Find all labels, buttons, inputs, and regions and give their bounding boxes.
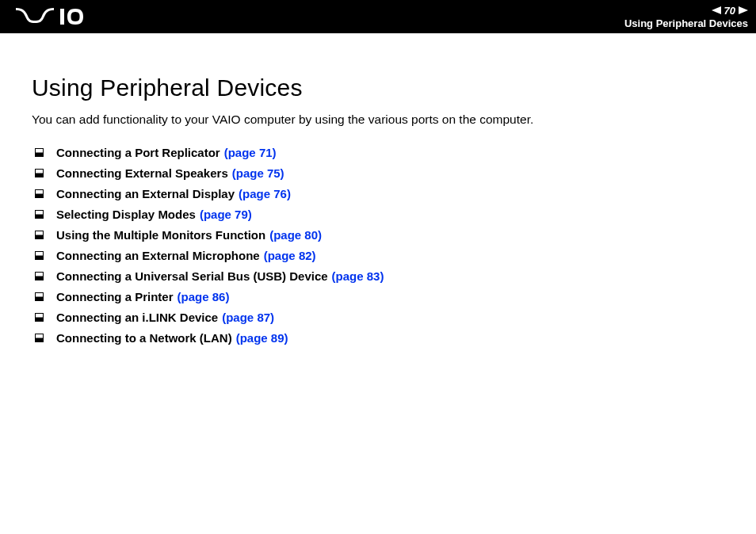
svg-rect-20 [36,318,44,322]
svg-rect-6 [36,174,44,177]
bullet-icon [35,210,44,219]
bullet-icon [35,272,44,280]
svg-rect-4 [36,153,44,157]
toc-item-page-ref[interactable]: (page 71) [224,146,277,159]
toc-item-page-ref[interactable]: (page 89) [236,331,288,345]
page-header: 70 Using Peripheral Devices [0,0,756,33]
toc-item-label: Connecting a Universal Serial Bus (USB) … [56,269,328,283]
svg-marker-2 [739,6,748,14]
svg-rect-22 [36,338,44,342]
toc-item: Selecting Display Modes(page 79) [32,208,724,221]
toc-item-label: Using the Multiple Monitors Function [56,228,265,242]
toc-item-label: Connecting a Printer [56,290,174,303]
toc-item-page-ref[interactable]: (page 76) [239,187,291,200]
bullet-icon [35,334,44,342]
toc-item-page-ref[interactable]: (page 82) [264,249,316,262]
header-section-label: Using Peripheral Devices [624,17,748,29]
header-right: 70 Using Peripheral Devices [624,5,748,29]
bullet-icon [35,251,44,260]
svg-rect-18 [36,297,44,301]
page-content: Using Peripheral Devices You can add fun… [0,33,756,345]
toc-item-label: Connecting a Port Replicator [56,146,220,159]
toc-item: Connecting a Universal Serial Bus (USB) … [32,269,724,283]
prev-page-arrow-icon[interactable] [712,6,721,14]
svg-rect-14 [36,256,44,260]
bullet-icon [35,292,44,301]
toc-item: Connecting a Printer(page 86) [32,290,724,303]
svg-marker-1 [712,6,721,14]
svg-rect-10 [36,215,44,219]
toc-item-label: Connecting to a Network (LAN) [56,331,232,345]
intro-paragraph: You can add functionality to your VAIO c… [32,113,724,127]
bullet-icon [35,148,44,157]
toc-item-label: Connecting an i.LINK Device [56,311,218,324]
toc-item-label: Connecting an External Display [56,187,235,200]
toc-item-page-ref[interactable]: (page 83) [332,269,384,283]
bullet-icon [35,189,44,198]
toc-item-label: Selecting Display Modes [56,208,196,221]
toc-item-page-ref[interactable]: (page 86) [178,290,230,303]
toc-item: Using the Multiple Monitors Function(pag… [32,228,724,242]
toc-list: Connecting a Port Replicator(page 71)Con… [32,146,724,345]
toc-item: Connecting a Port Replicator(page 71) [32,146,724,159]
toc-item-page-ref[interactable]: (page 87) [222,311,274,324]
next-page-arrow-icon[interactable] [739,6,748,14]
page-number: 70 [724,5,735,17]
svg-rect-16 [36,277,44,280]
svg-rect-8 [36,194,44,198]
toc-item-page-ref[interactable]: (page 80) [269,228,322,242]
toc-item: Connecting to a Network (LAN)(page 89) [32,331,724,345]
vaio-logo [16,0,111,33]
bullet-icon [35,313,44,322]
toc-item: Connecting an External Microphone(page 8… [32,249,724,262]
bullet-icon [35,169,44,177]
toc-item-page-ref[interactable]: (page 75) [232,166,284,180]
toc-item: Connecting an i.LINK Device(page 87) [32,311,724,324]
toc-item: Connecting External Speakers(page 75) [32,166,724,180]
svg-rect-12 [36,235,44,239]
page-title: Using Peripheral Devices [32,74,724,101]
toc-item-label: Connecting External Speakers [56,166,228,180]
page-navigator: 70 [712,5,748,17]
bullet-icon [35,231,44,239]
toc-item: Connecting an External Display(page 76) [32,187,724,200]
toc-item-page-ref[interactable]: (page 79) [200,208,252,221]
svg-rect-0 [60,9,64,25]
toc-item-label: Connecting an External Microphone [56,249,260,262]
